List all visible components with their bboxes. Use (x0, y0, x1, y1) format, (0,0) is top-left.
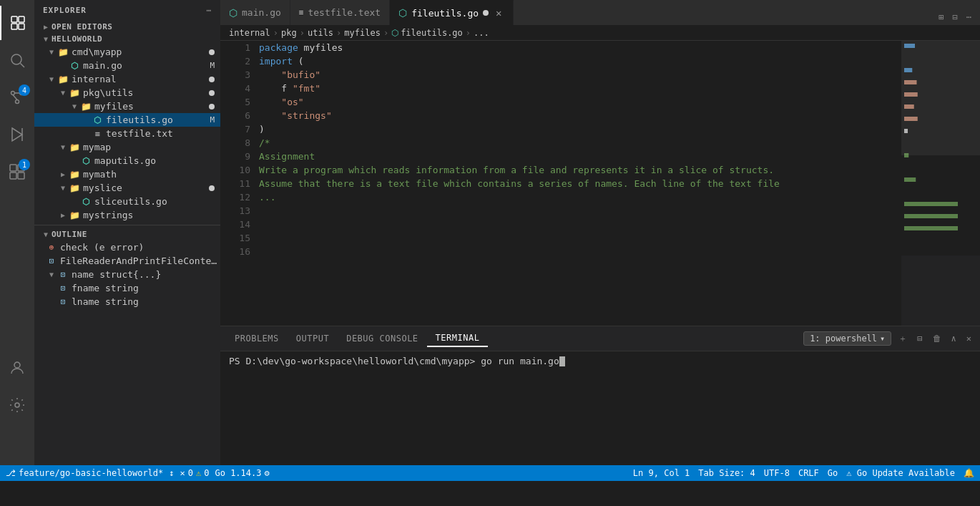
maputils-go-icon: ⬡ (80, 156, 92, 166)
breadcrumb-myfiles[interactable]: myfiles (344, 28, 381, 38)
tree-item-myslice[interactable]: ▼ 📁 myslice (34, 181, 220, 195)
name-struct-arrow: ▼ (46, 271, 57, 278)
breadcrumb-fileutils[interactable]: ⬡ fileutils.go (391, 28, 463, 38)
tree-item-maputils[interactable]: ▶ ⬡ maputils.go (34, 154, 220, 167)
split-editor-icon[interactable]: ⊞ (936, 9, 946, 25)
new-file-icon[interactable]: ⋯ (206, 6, 212, 15)
tree-item-main-go[interactable]: ▶ ⬡ main.go M (34, 59, 220, 72)
status-sync[interactable]: ↕ (169, 468, 174, 478)
fileutils-tab-close[interactable]: ✕ (493, 7, 504, 19)
tree-item-mymath[interactable]: ▶ 📁 mymath (34, 167, 220, 181)
mymap-arrow: ▼ (57, 143, 69, 151)
outline-filereader-label: FileReaderAndPrintFileContentAss... (60, 256, 220, 266)
status-encoding[interactable]: UTF-8 (764, 468, 790, 478)
ln-4: 4 (220, 82, 250, 95)
open-editors-section[interactable]: ▶ OPEN EDITORS (34, 21, 220, 33)
code-text[interactable]: package myfiles import ( "bufio" f "fmt"… (256, 41, 901, 326)
terminal-shell-selector[interactable]: 1: powershell ▾ (803, 331, 891, 346)
helloworld-section[interactable]: ▼ HELLOWORLD (34, 33, 220, 45)
internal-label: internal (72, 74, 117, 84)
svg-rect-1 (19, 16, 24, 22)
outline-item-fname[interactable]: ⊡ fname string (34, 281, 220, 295)
layout-icon[interactable]: ⊟ (950, 9, 961, 25)
sliceutils-label: sliceutils.go (94, 196, 167, 207)
outline-item-name-struct[interactable]: ▼ ⊡ name struct{...} (34, 268, 220, 281)
tree-item-internal[interactable]: ▼ 📁 internal (34, 72, 220, 86)
status-errors[interactable]: ✕ 0 ⚠ 0 (180, 468, 210, 478)
extensions-badge: 1 (19, 159, 30, 170)
tab-testfile-text[interactable]: ≡ testfile.text (290, 0, 390, 25)
outline-item-check[interactable]: ⊕ check (e error) (34, 240, 220, 254)
ln-2: 2 (220, 54, 250, 68)
code-line-15: Assume that there is a text file which c… (259, 177, 901, 190)
tree-item-testfile[interactable]: ▶ ≡ testfile.txt (34, 127, 220, 140)
tab-terminal[interactable]: TERMINAL (427, 330, 489, 347)
ln-6: 6 (220, 109, 250, 122)
activity-account[interactable] (0, 351, 34, 385)
terminal-trash-btn[interactable]: 🗑 (930, 332, 944, 345)
cmd-myapp-label: cmd\myapp (72, 47, 122, 57)
terminal-content[interactable]: PS D:\dev\go-workspace\helloworld\cmd\my… (220, 351, 980, 465)
section-divider (34, 225, 220, 225)
status-notifications[interactable]: 🔔 (964, 468, 974, 478)
myfiles-folder-icon: 📁 (80, 102, 92, 112)
terminal-close-btn[interactable]: ✕ (964, 332, 974, 345)
open-editors-label: OPEN EDITORS (52, 22, 112, 31)
tab-debug-console[interactable]: DEBUG CONSOLE (338, 331, 426, 346)
tab-fileutils-go[interactable]: ⬡ fileutils.go ✕ (390, 0, 514, 25)
code-view[interactable]: 1 2 3 4 5 6 7 8 9 10 11 12 13 14 15 16 (220, 41, 901, 326)
tree-item-cmd-myapp[interactable]: ▼ 📁 cmd\myapp (34, 45, 220, 59)
helloworld-label: HELLOWORLD (52, 34, 102, 44)
status-language[interactable]: Go (828, 468, 838, 478)
field-icon-lname: ⊡ (57, 297, 69, 306)
outline-section-header[interactable]: ▼ OUTLINE (34, 228, 220, 240)
activity-settings[interactable] (0, 388, 34, 422)
tree-item-mystrings[interactable]: ▶ 📁 mystrings (34, 208, 220, 222)
breadcrumb-internal[interactable]: internal (229, 28, 270, 38)
code-line-7: "strings" (259, 109, 901, 122)
tree-item-myfiles[interactable]: ▼ 📁 myfiles (34, 99, 220, 113)
testfile-tab-icon: ≡ (299, 8, 304, 17)
tree-item-mymap[interactable]: ▼ 📁 mymap (34, 140, 220, 154)
ln-8: 8 (220, 136, 250, 150)
terminal-up-btn[interactable]: ∧ (949, 332, 959, 345)
status-go-version[interactable]: Go 1.14.3 ⚙ (215, 468, 269, 478)
mymath-folder-icon: 📁 (69, 170, 80, 180)
code-line-1: package myfiles (259, 41, 901, 54)
terminal-add-btn[interactable]: ＋ (896, 331, 910, 346)
activity-extensions[interactable]: 1 (0, 155, 34, 189)
tree-item-sliceutils[interactable]: ▶ ⬡ sliceutils.go (34, 195, 220, 208)
status-branch[interactable]: ⎇ feature/go-basic-helloworld* (6, 468, 163, 478)
tab-main-go[interactable]: ⬡ main.go (220, 0, 290, 25)
activity-search[interactable] (0, 43, 34, 77)
tree-item-fileutils[interactable]: ▶ ⬡ fileutils.go M (34, 113, 220, 127)
myslice-arrow: ▼ (57, 184, 69, 192)
open-editors-arrow: ▶ (40, 23, 52, 31)
terminal-split-btn[interactable]: ⊟ (914, 332, 925, 345)
tab-output[interactable]: OUTPUT (288, 331, 338, 346)
status-update[interactable]: ⚠ Go Update Available (846, 468, 955, 478)
code-line-6: "os" (259, 95, 901, 109)
breadcrumb-utils[interactable]: utils (308, 28, 333, 38)
svg-rect-2 (11, 24, 17, 29)
go-file-icon: ⬡ (69, 61, 80, 71)
outline-item-lname[interactable]: ⊡ lname string (34, 295, 220, 308)
tab-problems[interactable]: PROBLEMS (226, 331, 288, 346)
status-line-ending[interactable]: CRLF (798, 468, 819, 478)
more-actions-icon[interactable]: ⋯ (964, 9, 974, 25)
breadcrumb-dots[interactable]: ... (474, 28, 489, 38)
branch-label: feature/go-basic-helloworld* (19, 468, 163, 478)
activity-source-control[interactable]: 4 (0, 80, 34, 115)
outline-item-filereader[interactable]: ⊡ FileReaderAndPrintFileContentAss... (34, 254, 220, 268)
status-tab-size[interactable]: Tab Size: 4 (698, 468, 755, 478)
ln-14: 14 (220, 218, 250, 231)
go-version-label: Go 1.14.3 (215, 468, 261, 478)
terminal-shell-label: 1: powershell (810, 334, 877, 344)
activity-explorer[interactable] (0, 6, 34, 40)
status-ln-col[interactable]: Ln 9, Col 1 (633, 468, 690, 478)
testfile-label: testfile.txt (106, 128, 173, 139)
breadcrumb-pkg[interactable]: pkg (281, 28, 297, 38)
activity-run[interactable] (0, 117, 34, 152)
tree-item-pkg-utils[interactable]: ▼ 📁 pkg\utils (34, 86, 220, 99)
fileutils-badge: M (210, 115, 215, 125)
